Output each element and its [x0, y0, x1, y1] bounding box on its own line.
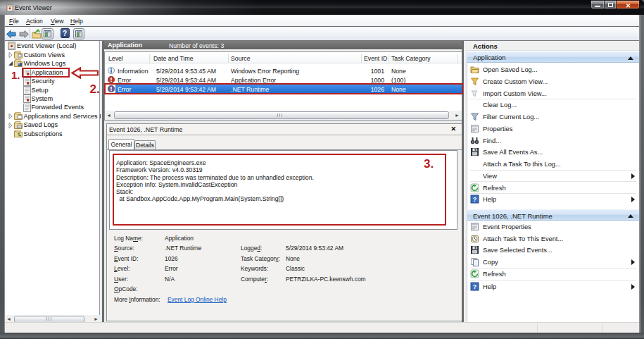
- svg-text:?: ?: [473, 196, 477, 203]
- svg-text:?: ?: [473, 283, 477, 290]
